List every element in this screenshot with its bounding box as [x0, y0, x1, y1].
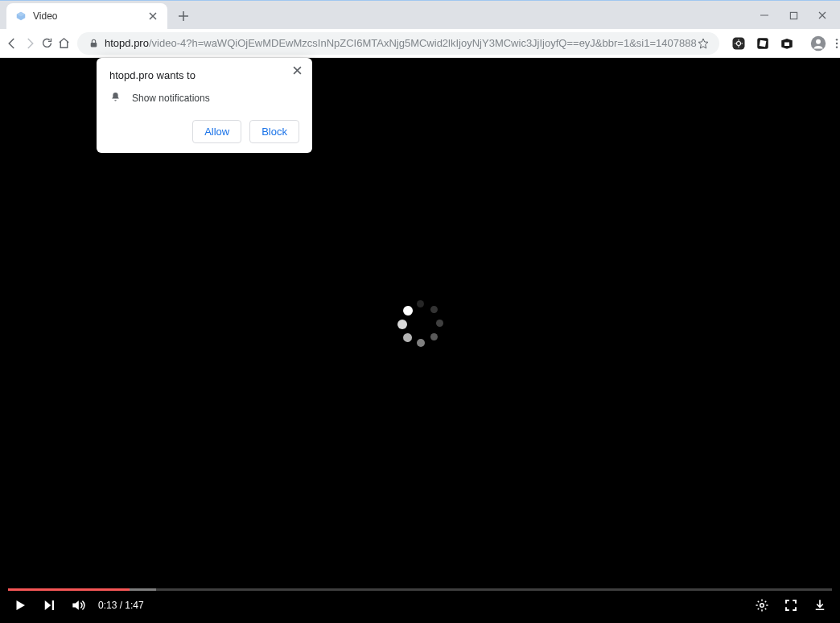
svg-rect-7 [784, 42, 789, 46]
url-text: htopd.pro/video-4?h=waWQiOjEwMDEwMzcsInN… [105, 37, 697, 49]
minimize-button[interactable] [750, 6, 779, 25]
settings-button[interactable] [753, 596, 771, 614]
volume-button[interactable] [69, 596, 87, 614]
permission-popup: htopd.pro wants to Show notifications Al… [97, 58, 312, 153]
url-domain: htopd.pro [105, 37, 149, 49]
loading-spinner-icon [396, 299, 444, 348]
allow-button[interactable]: Allow [192, 120, 241, 143]
url-path: /video-4?h=waWQiOjEwMDEwMzcsInNpZCI6MTAx… [149, 37, 697, 49]
permission-close-icon[interactable] [290, 63, 304, 77]
svg-rect-2 [790, 12, 797, 19]
permission-text: Show notifications [132, 93, 210, 104]
profile-button[interactable] [809, 32, 827, 55]
bell-icon [109, 91, 122, 105]
svg-point-11 [835, 42, 837, 43]
svg-rect-4 [732, 37, 744, 49]
tab-favicon-icon [14, 10, 27, 23]
browser-toolbar: htopd.pro/video-4?h=waWQiOjEwMDEwMzcsInN… [0, 29, 840, 58]
svg-point-9 [816, 39, 821, 43]
extension-icons [726, 34, 800, 53]
extension-icon-1[interactable] [729, 34, 748, 53]
menu-button[interactable] [830, 32, 840, 55]
browser-title-bar: Video [0, 0, 840, 29]
svg-point-12 [835, 46, 837, 47]
browser-tab[interactable]: Video [6, 3, 167, 29]
reload-button[interactable] [40, 32, 54, 55]
bookmark-star-icon[interactable] [697, 37, 710, 50]
svg-point-13 [760, 604, 764, 608]
lock-icon [87, 37, 100, 50]
home-button[interactable] [57, 32, 71, 55]
permission-item: Show notifications [109, 91, 299, 105]
video-controls: 0:13 / 1:47 [0, 588, 840, 623]
svg-rect-6 [759, 39, 766, 47]
tab-close-icon[interactable] [146, 10, 159, 23]
tab-title: Video [33, 10, 57, 22]
permission-title: htopd.pro wants to [109, 69, 299, 81]
new-tab-button[interactable] [172, 5, 195, 27]
download-button[interactable] [811, 596, 829, 614]
fullscreen-button[interactable] [782, 596, 800, 614]
window-controls [750, 1, 837, 29]
block-button[interactable]: Block [249, 120, 299, 143]
address-bar[interactable]: htopd.pro/video-4?h=waWQiOjEwMDEwMzcsInN… [77, 32, 719, 55]
close-window-button[interactable] [808, 6, 837, 25]
back-button[interactable] [5, 32, 19, 55]
maximize-button[interactable] [779, 6, 808, 25]
next-button[interactable] [40, 596, 58, 614]
video-time: 0:13 / 1:47 [98, 600, 144, 611]
extension-icon-3[interactable] [777, 34, 797, 53]
forward-button[interactable] [23, 32, 37, 55]
svg-point-10 [835, 39, 837, 40]
svg-rect-3 [90, 43, 97, 47]
play-button[interactable] [11, 596, 29, 614]
extension-icon-2[interactable] [753, 34, 772, 53]
